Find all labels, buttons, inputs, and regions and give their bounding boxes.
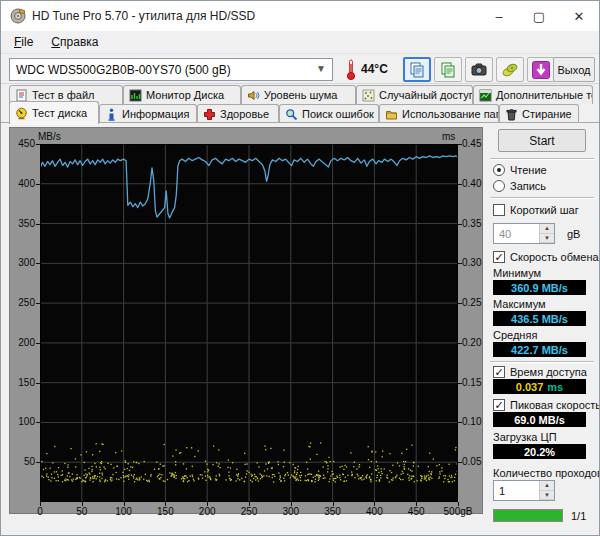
tab-error-scan[interactable]: Поиск ошибок [279, 104, 379, 123]
tick-mark [36, 184, 40, 185]
spin-down-icon[interactable]: ▼ [540, 234, 554, 244]
hd-tune-window: HD Tune Pro 5.70 - утилита для HD/SSD – … [0, 0, 600, 536]
tick-mark [458, 144, 462, 145]
tick-lab: 400 [10, 179, 35, 189]
tab-health[interactable]: Здоровье [197, 104, 279, 123]
download-arrow-icon [531, 60, 551, 80]
health-cross-icon [203, 108, 216, 121]
burst-rate-checkbox[interactable]: ✓ [493, 399, 505, 411]
tab-disk-monitor[interactable]: Монитор Диска [123, 85, 241, 104]
tick-mark [40, 502, 41, 506]
short-stride-checkbox[interactable] [493, 204, 505, 216]
tick-mark [458, 422, 462, 423]
tick-lab: 0.30 [462, 258, 484, 268]
write-radio-row[interactable]: Запись [493, 179, 546, 193]
stride-spin-buttons[interactable]: ▲▼ [539, 224, 554, 243]
tab-folder-usage[interactable]: Использование папок [379, 104, 499, 123]
extra-tests-icon [479, 89, 492, 102]
tab-noise-level[interactable]: Уровень шума [241, 85, 356, 104]
transfer-rate-row[interactable]: ✓ Скорость обмена [493, 250, 599, 264]
burst-rate-value: 69.0 MB/s [493, 412, 586, 427]
search-icon [285, 108, 298, 121]
benchmark-chart: MB/s ms 45040035030025020015010050 0.450… [9, 127, 483, 514]
tick-lab: 0.25 [462, 298, 484, 308]
stride-value: 40 [494, 224, 539, 243]
tick-mark [458, 502, 459, 506]
drive-selector[interactable]: WDC WDS500G2B0B-00YS70 (500 gB) ▼ [9, 58, 333, 81]
spin-up-icon[interactable]: ▲ [540, 224, 554, 234]
tick-lab: 0.40 [462, 179, 484, 189]
read-radio-row[interactable]: Чтение [493, 163, 547, 177]
save-results-button[interactable] [527, 57, 555, 82]
tick-mark [82, 502, 83, 506]
disk-tools-button[interactable] [496, 57, 524, 82]
tick-mark [458, 303, 462, 304]
spin-up-icon[interactable]: ▲ [540, 481, 554, 491]
tick-lab: 0.15 [462, 378, 484, 388]
speaker-icon [247, 89, 260, 102]
menu-bar: File Справка [1, 31, 599, 53]
tick-lab: 500gB [440, 507, 476, 517]
tick-lab: 450 [398, 507, 434, 517]
tick-mark [458, 383, 462, 384]
screenshot-button[interactable] [465, 57, 493, 82]
separator [490, 361, 594, 363]
tick-lab: 100 [106, 507, 142, 517]
tab-info[interactable]: Информация [99, 104, 197, 123]
pass-count-stepper[interactable]: 1 ▲▼ [493, 480, 555, 501]
cpu-usage-value: 20.2% [493, 444, 586, 459]
tick-lab: 450 [10, 139, 35, 149]
tick-lab: 50 [10, 457, 35, 467]
copy-blue-icon [408, 61, 426, 79]
menu-file[interactable]: File [5, 32, 42, 52]
chevron-down-icon: ▼ [316, 63, 326, 74]
copy-green-icon [439, 61, 457, 79]
app-disk-icon [10, 8, 26, 24]
spin-down-icon[interactable]: ▼ [540, 491, 554, 501]
separator [490, 197, 594, 199]
exit-button[interactable]: Выход [553, 57, 595, 82]
separator [490, 158, 594, 160]
start-button[interactable]: Start [498, 129, 586, 152]
tick-lab: 0 [22, 507, 58, 517]
access-time-value: 0.037 ms [493, 379, 586, 394]
tick-mark [249, 502, 250, 506]
trash-icon [505, 108, 518, 121]
transfer-rate-checkbox[interactable]: ✓ [493, 251, 505, 263]
copy-to-clipboard-button[interactable] [403, 57, 431, 82]
tick-mark [36, 263, 40, 264]
folder-icon [385, 108, 398, 121]
tick-mark [36, 303, 40, 304]
tick-lab: 0.10 [462, 417, 484, 427]
access-time-row[interactable]: ✓ Время доступа [493, 365, 587, 379]
tick-mark [124, 502, 125, 506]
title-bar: HD Tune Pro 5.70 - утилита для HD/SSD – … [1, 1, 599, 31]
close-button[interactable]: ✕ [559, 1, 599, 31]
stride-stepper[interactable]: 40 ▲▼ [493, 223, 555, 244]
short-stride-row[interactable]: Короткий шаг [493, 203, 579, 217]
access-time-checkbox[interactable]: ✓ [493, 366, 505, 378]
write-radio[interactable] [493, 180, 505, 192]
menu-help[interactable]: Справка [42, 32, 107, 52]
cpu-usage-label: Загрузка ЦП [493, 431, 557, 443]
benchmark-gauge-icon [15, 107, 28, 120]
tab-random-access[interactable]: Случайный доступ [356, 85, 473, 104]
tab-erase[interactable]: Стирание [499, 104, 579, 123]
tick-mark [36, 343, 40, 344]
maximum-label: Максимум [493, 298, 546, 310]
minimize-button[interactable]: – [479, 1, 519, 31]
tick-lab: 0.05 [462, 457, 484, 467]
read-radio[interactable] [493, 164, 505, 176]
burst-rate-row[interactable]: ✓ Пиковая скорость [493, 398, 600, 412]
disks-icon [501, 61, 519, 79]
temperature-value: 44°C [361, 62, 388, 76]
tab-extra-tests[interactable]: Дополнительные тесты [473, 85, 593, 104]
tick-lab: 0.45 [462, 139, 484, 149]
thermometer-icon [345, 58, 357, 81]
maximize-button[interactable]: ▢ [519, 1, 559, 31]
copy-text-button[interactable] [434, 57, 462, 82]
maximum-value: 436.5 MB/s [493, 311, 586, 326]
tab-disk-test[interactable]: Тест диска [9, 101, 99, 124]
tick-mark [36, 422, 40, 423]
pass-spin-buttons[interactable]: ▲▼ [539, 481, 554, 500]
